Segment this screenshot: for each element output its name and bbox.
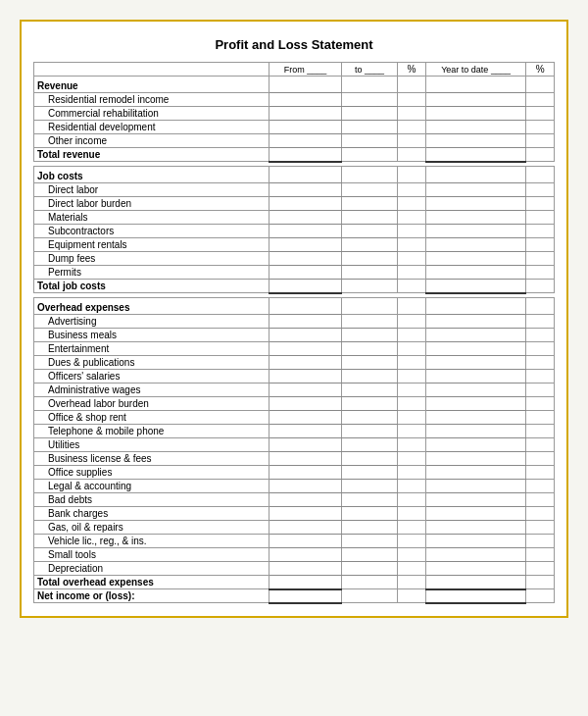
row-pct1 [398, 225, 426, 238]
row-to [342, 589, 398, 603]
row-to [342, 252, 398, 266]
row-label: Bad debts [34, 493, 270, 507]
row-ytd [425, 356, 526, 370]
row-pct2 [526, 148, 555, 162]
table-row: Depreciation [34, 562, 555, 576]
row-label: Residential remodel income [34, 93, 270, 107]
table-row: Net income or (loss): [34, 589, 555, 603]
row-ytd [425, 107, 526, 121]
row-pct2 [526, 197, 555, 211]
col-header-from: From ____ [269, 63, 341, 77]
pnl-table: From ____ to ____ % Year to date ____ % … [33, 62, 555, 604]
row-pct1 [398, 280, 426, 293]
row-to [342, 507, 398, 521]
row-label: Business license & fees [34, 452, 270, 466]
row-pct2 [526, 315, 555, 329]
table-row: Gas, oil & repairs [34, 521, 555, 535]
row-to [342, 370, 398, 384]
row-pct2 [526, 452, 555, 466]
row-label: Total overhead expenses [34, 576, 270, 589]
row-pct2 [526, 329, 555, 342]
row-to [342, 397, 398, 411]
row-to [342, 329, 398, 342]
row-ytd [425, 384, 526, 397]
row-from [269, 425, 341, 438]
row-pct1 [398, 397, 426, 411]
row-from [269, 438, 341, 452]
row-to [342, 466, 398, 480]
row-pct2 [526, 535, 555, 548]
row-from [269, 562, 341, 576]
row-pct2 [526, 93, 555, 107]
row-to [342, 548, 398, 562]
row-label: Legal & accounting [34, 480, 270, 493]
row-from [269, 238, 341, 252]
row-from [269, 107, 341, 121]
row-pct1 [398, 562, 426, 576]
row-to [342, 315, 398, 329]
row-label: Entertainment [34, 342, 270, 356]
row-to [342, 197, 398, 211]
row-from [269, 77, 341, 93]
row-to [342, 298, 398, 315]
row-to [342, 211, 398, 225]
row-label: Net income or (loss): [34, 589, 270, 603]
row-pct2 [526, 521, 555, 535]
table-row: Residential remodel income [34, 93, 555, 107]
table-row: Utilities [34, 438, 555, 452]
row-pct2 [526, 121, 555, 134]
row-pct1 [398, 211, 426, 225]
row-ytd [425, 211, 526, 225]
row-from [269, 298, 341, 315]
row-pct1 [398, 252, 426, 266]
row-label: Total job costs [34, 280, 270, 293]
row-label: Dues & publications [34, 356, 270, 370]
row-pct1 [398, 238, 426, 252]
table-row: Revenue [34, 77, 555, 93]
table-row: Advertising [34, 315, 555, 329]
row-ytd [425, 342, 526, 356]
row-pct1 [398, 167, 426, 183]
row-to [342, 425, 398, 438]
row-ytd [425, 576, 526, 589]
row-ytd [425, 535, 526, 548]
row-pct2 [526, 425, 555, 438]
row-pct2 [526, 238, 555, 252]
row-pct2 [526, 298, 555, 315]
row-to [342, 238, 398, 252]
row-label: Officers' salaries [34, 370, 270, 384]
row-to [342, 521, 398, 535]
row-pct1 [398, 548, 426, 562]
row-label: Office supplies [34, 466, 270, 480]
table-row: Dump fees [34, 252, 555, 266]
row-from [269, 521, 341, 535]
table-row: Direct labor burden [34, 197, 555, 211]
row-ytd [425, 121, 526, 134]
page-title: Profit and Loss Statement [33, 37, 555, 52]
row-ytd [425, 480, 526, 493]
row-label: Bank charges [34, 507, 270, 521]
row-pct2 [526, 107, 555, 121]
row-label: Equipment rentals [34, 238, 270, 252]
page: Profit and Loss Statement From ____ to _… [20, 20, 568, 618]
row-from [269, 589, 341, 603]
row-pct2 [526, 225, 555, 238]
row-label: Commercial rehabilitation [34, 107, 270, 121]
row-to [342, 225, 398, 238]
table-row: Total job costs [34, 280, 555, 293]
row-pct2 [526, 493, 555, 507]
col-header-to: to ____ [342, 63, 398, 77]
row-ytd [425, 438, 526, 452]
row-to [342, 93, 398, 107]
table-row: Other income [34, 134, 555, 148]
row-to [342, 535, 398, 548]
table-row: Direct labor [34, 183, 555, 197]
row-to [342, 183, 398, 197]
row-from [269, 411, 341, 425]
row-from [269, 197, 341, 211]
row-ytd [425, 548, 526, 562]
row-from [269, 466, 341, 480]
row-ytd [425, 329, 526, 342]
row-to [342, 480, 398, 493]
row-pct2 [526, 77, 555, 93]
